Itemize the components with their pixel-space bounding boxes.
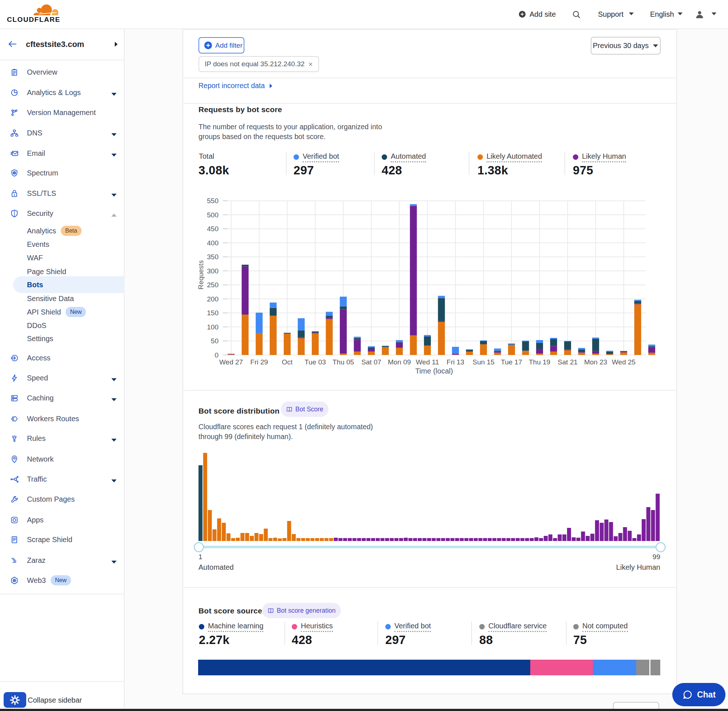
svg-text:Requests: Requests: [197, 260, 205, 289]
svg-text:0: 0: [214, 351, 219, 359]
svg-text:Wed 25: Wed 25: [612, 358, 635, 366]
svg-text:50: 50: [211, 337, 219, 345]
svg-text:Fri 13: Fri 13: [446, 358, 464, 366]
svg-text:Sat 21: Sat 21: [558, 358, 577, 366]
svg-text:Sat 07: Sat 07: [361, 358, 381, 366]
svg-text:Fri 29: Fri 29: [250, 358, 268, 366]
svg-text:Tue 17: Tue 17: [501, 358, 522, 366]
svg-text:Time (local): Time (local): [415, 367, 453, 375]
svg-text:Thu 05: Thu 05: [332, 358, 354, 366]
svg-text:250: 250: [207, 281, 219, 289]
svg-text:Sun 15: Sun 15: [473, 358, 494, 366]
svg-text:350: 350: [207, 253, 219, 261]
svg-text:400: 400: [207, 239, 219, 247]
svg-text:Tue 03: Tue 03: [304, 358, 326, 366]
svg-text:100: 100: [207, 323, 219, 331]
svg-text:500: 500: [207, 211, 219, 219]
svg-text:Mon 23: Mon 23: [584, 358, 607, 366]
svg-text:Wed 27: Wed 27: [219, 358, 243, 366]
svg-text:Thu 19: Thu 19: [529, 358, 550, 366]
svg-text:Oct: Oct: [282, 358, 293, 366]
svg-text:Mon 09: Mon 09: [388, 358, 411, 366]
svg-text:Wed 11: Wed 11: [416, 358, 439, 366]
svg-text:150: 150: [207, 309, 219, 317]
svg-text:450: 450: [207, 225, 219, 233]
svg-text:300: 300: [207, 267, 219, 275]
svg-text:200: 200: [207, 295, 219, 303]
svg-text:550: 550: [207, 197, 219, 205]
